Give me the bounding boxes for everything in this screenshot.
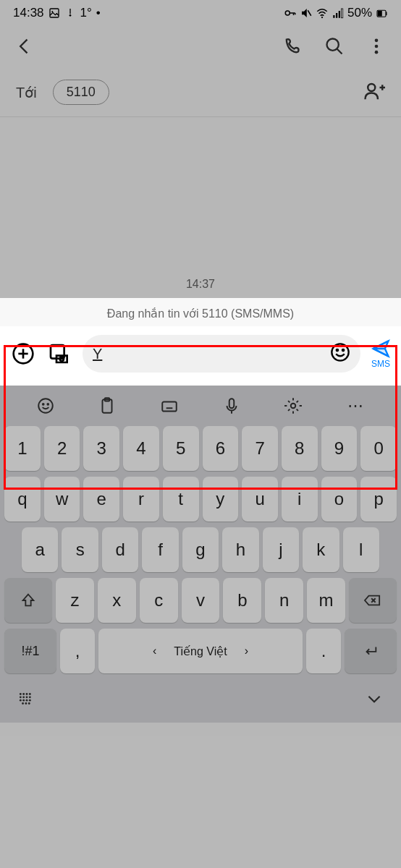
key-1[interactable]: 1 bbox=[4, 426, 41, 471]
key-e[interactable]: e bbox=[83, 477, 119, 522]
key-3[interactable]: 3 bbox=[83, 426, 119, 471]
chevron-left-icon: ‹ bbox=[153, 644, 156, 658]
send-icon bbox=[371, 339, 391, 359]
kb-voice-button[interactable] bbox=[221, 396, 242, 416]
keyboard-toolbar: ⋯ bbox=[0, 391, 401, 423]
key-a[interactable]: a bbox=[22, 527, 58, 572]
key-m[interactable]: m bbox=[307, 578, 345, 623]
symbols-key[interactable]: !#1 bbox=[4, 629, 56, 673]
svg-rect-34 bbox=[162, 402, 177, 412]
mute-icon bbox=[300, 7, 313, 20]
svg-point-13 bbox=[327, 39, 339, 51]
svg-rect-7 bbox=[336, 13, 337, 18]
key-g[interactable]: g bbox=[182, 527, 219, 572]
keyboard-collapse-button[interactable] bbox=[365, 689, 384, 711]
key-b[interactable]: b bbox=[223, 578, 261, 623]
svg-point-16 bbox=[375, 45, 379, 48]
status-left: 14:38 1° • bbox=[13, 6, 101, 20]
battery-percent: 50% bbox=[347, 6, 372, 20]
kb-row-qwerty: qwertyuiop bbox=[0, 474, 401, 524]
key-y[interactable]: y bbox=[203, 477, 239, 522]
key-x[interactable]: x bbox=[98, 578, 136, 623]
key-c[interactable]: c bbox=[140, 578, 178, 623]
battery-icon bbox=[375, 7, 388, 20]
shift-key[interactable] bbox=[4, 578, 52, 623]
key-k[interactable]: k bbox=[303, 527, 339, 572]
search-button[interactable] bbox=[324, 36, 345, 59]
svg-rect-39 bbox=[229, 399, 235, 408]
phone-icon bbox=[282, 36, 303, 56]
key-d[interactable]: d bbox=[102, 527, 138, 572]
image-icon bbox=[48, 7, 60, 19]
to-label: Tới bbox=[16, 84, 37, 101]
send-button[interactable]: SMS bbox=[371, 339, 391, 369]
key-r[interactable]: r bbox=[123, 477, 159, 522]
space-key[interactable]: ‹ Tiếng Việt › bbox=[98, 629, 303, 673]
search-icon bbox=[324, 36, 345, 56]
key-l[interactable]: l bbox=[343, 527, 379, 572]
thermometer-icon bbox=[64, 7, 76, 19]
comma-key[interactable]: , bbox=[60, 629, 95, 673]
svg-point-49 bbox=[26, 696, 28, 698]
messages-area[interactable]: 14:37 bbox=[0, 117, 401, 298]
key-s[interactable]: s bbox=[62, 527, 98, 572]
recipient-chip[interactable]: 5110 bbox=[53, 80, 109, 105]
key-q[interactable]: q bbox=[4, 477, 41, 522]
enter-key[interactable] bbox=[345, 629, 397, 673]
emoji-button[interactable] bbox=[330, 342, 350, 365]
svg-point-55 bbox=[22, 702, 24, 705]
svg-point-29 bbox=[38, 399, 53, 413]
key-j[interactable]: j bbox=[263, 527, 299, 572]
kb-text-button[interactable] bbox=[159, 396, 180, 416]
svg-point-2 bbox=[69, 14, 71, 17]
kb-more-button[interactable]: ⋯ bbox=[345, 396, 366, 416]
svg-point-48 bbox=[22, 696, 25, 698]
key-4[interactable]: 4 bbox=[123, 426, 159, 471]
key-v[interactable]: v bbox=[182, 578, 220, 623]
dots-vertical-icon bbox=[366, 36, 387, 56]
kb-settings-button[interactable] bbox=[283, 396, 303, 416]
add-attachment-button[interactable] bbox=[10, 341, 36, 367]
svg-point-3 bbox=[285, 11, 290, 15]
period-key[interactable]: . bbox=[306, 629, 341, 673]
key-w[interactable]: w bbox=[44, 477, 80, 522]
key-i[interactable]: i bbox=[282, 477, 318, 522]
kb-emoji-button[interactable] bbox=[35, 396, 56, 416]
more-options-button[interactable] bbox=[366, 36, 387, 59]
conversation-timestamp: 14:37 bbox=[186, 278, 215, 291]
gallery-button[interactable] bbox=[46, 341, 72, 367]
key-h[interactable]: h bbox=[222, 527, 258, 572]
key-t[interactable]: t bbox=[163, 477, 199, 522]
key-6[interactable]: 6 bbox=[203, 426, 239, 471]
back-button[interactable] bbox=[14, 36, 35, 59]
kb-row-zxcv: zxcvbnm bbox=[0, 575, 401, 626]
vpn-key-icon bbox=[284, 7, 297, 20]
key-7[interactable]: 7 bbox=[242, 426, 278, 471]
svg-point-31 bbox=[47, 404, 48, 405]
key-0[interactable]: 0 bbox=[360, 426, 397, 471]
svg-point-54 bbox=[29, 699, 31, 702]
smiley-icon bbox=[330, 342, 350, 362]
svg-point-45 bbox=[26, 693, 28, 695]
message-input[interactable]: Y bbox=[83, 335, 360, 373]
dots-grid-icon bbox=[17, 689, 36, 708]
key-u[interactable]: u bbox=[242, 477, 278, 522]
chevron-right-icon: › bbox=[245, 644, 248, 658]
key-2[interactable]: 2 bbox=[44, 426, 80, 471]
svg-point-27 bbox=[337, 349, 338, 351]
key-5[interactable]: 5 bbox=[163, 426, 199, 471]
key-n[interactable]: n bbox=[265, 578, 303, 623]
call-button[interactable] bbox=[282, 36, 303, 59]
keyboard-toggle-button[interactable] bbox=[17, 689, 36, 711]
key-8[interactable]: 8 bbox=[282, 426, 318, 471]
message-input-text: Y bbox=[93, 346, 330, 362]
key-o[interactable]: o bbox=[321, 477, 358, 522]
key-p[interactable]: p bbox=[360, 477, 397, 522]
kb-clipboard-button[interactable] bbox=[97, 396, 117, 416]
backspace-key[interactable] bbox=[349, 578, 397, 623]
add-contact-button[interactable] bbox=[363, 80, 385, 105]
key-f[interactable]: f bbox=[142, 527, 178, 572]
key-9[interactable]: 9 bbox=[321, 426, 358, 471]
smiley-icon bbox=[36, 396, 55, 415]
key-z[interactable]: z bbox=[56, 578, 94, 623]
